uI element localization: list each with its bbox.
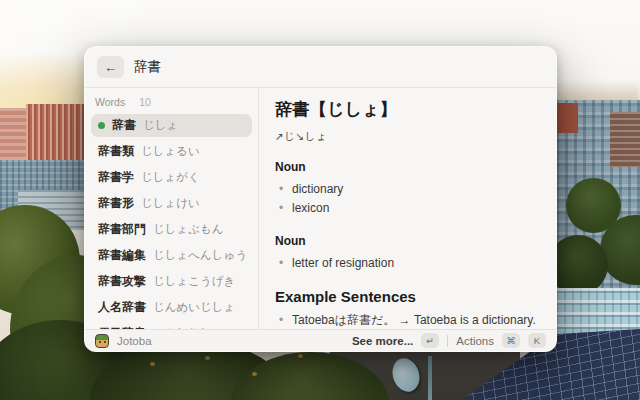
k-key-icon[interactable]: K <box>528 333 546 348</box>
background-building <box>610 112 640 167</box>
word-list-item[interactable]: 辞書 じしょ <box>91 114 252 137</box>
background-flower-speck <box>252 372 257 376</box>
word-detail-pane: 辞書【じしょ】 ↗じ↘しょ Noun dictionary lexicon No… <box>259 88 556 329</box>
example-sentences-heading: Example Sentences <box>275 288 540 305</box>
definition-list: letter of resignation <box>275 254 540 273</box>
window-body: Words 10 辞書 じしょ 辞書類 じしょるい 辞書学 じしょがく 辞書形 … <box>85 88 556 329</box>
section-label: Words <box>95 96 125 108</box>
background-flower-speck <box>205 356 210 360</box>
word-list-item[interactable]: 辞書形 じしょけい <box>91 192 252 215</box>
word-kanji: 辞書 <box>112 117 136 134</box>
section-heading: Noun <box>275 160 540 174</box>
section-heading: Noun <box>275 234 540 248</box>
word-kanji: 辞書学 <box>98 169 134 186</box>
footer-divider <box>447 335 448 347</box>
section-count: 10 <box>139 96 151 108</box>
return-key-icon[interactable]: ↵ <box>421 333 439 348</box>
word-reading: じしょ <box>143 118 178 133</box>
word-reading: じしょるい <box>141 144 200 159</box>
example-sentence-item: Tatoebaは辞書だ。 → Tatoeba is a dictionary. <box>275 311 540 329</box>
word-list-item[interactable]: 辞書部門 じしょぶもん <box>91 218 252 241</box>
app-name-label: Jotoba <box>117 335 152 347</box>
word-reading: じんめいじしょ <box>153 300 235 315</box>
word-reading: じしょぶもん <box>153 222 224 237</box>
word-list-item[interactable]: 人名辞書 じんめいじしょ <box>91 296 252 319</box>
background-pole <box>428 356 432 400</box>
see-more-button[interactable]: See more... <box>352 335 413 347</box>
definition-item: lexicon <box>275 199 540 218</box>
definition-item: dictionary <box>275 180 540 199</box>
word-kanji: 辞書攻撃 <box>98 273 146 290</box>
word-kanji: 辞書形 <box>98 195 134 212</box>
jotoba-dictionary-window: ← 辞書 Words 10 辞書 じしょ 辞書類 じしょるい 辞書学 じしょがく <box>84 46 557 352</box>
word-kanji: 辞書編集 <box>98 247 146 264</box>
background-building <box>556 103 578 133</box>
window-header: ← 辞書 <box>85 47 556 88</box>
word-reading: じしょけい <box>141 196 200 211</box>
pitch-accent: ↗じ↘しょ <box>275 130 540 144</box>
back-arrow-icon: ← <box>104 60 117 75</box>
definition-item: letter of resignation <box>275 254 540 273</box>
word-kanji: 辞書部門 <box>98 221 146 238</box>
back-button[interactable]: ← <box>97 56 124 78</box>
word-kanji: 人名辞書 <box>98 299 146 316</box>
sidebar-section-header: Words 10 <box>91 94 252 114</box>
actions-button[interactable]: Actions <box>456 335 494 347</box>
word-list-item[interactable]: 辞書学 じしょがく <box>91 166 252 189</box>
word-list-item[interactable]: 辞書類 じしょるい <box>91 140 252 163</box>
results-sidebar: Words 10 辞書 じしょ 辞書類 じしょるい 辞書学 じしょがく 辞書形 … <box>85 88 259 329</box>
background-tree <box>548 235 608 295</box>
word-list-item[interactable]: 辞書編集 じしょへんしゅう <box>91 244 252 267</box>
definition-list: dictionary lexicon <box>275 180 540 218</box>
window-footer: Jotoba See more... ↵ Actions ⌘ K <box>85 329 556 351</box>
word-reading: じしょがく <box>141 170 200 185</box>
search-input[interactable]: 辞書 <box>134 58 161 76</box>
command-key-icon[interactable]: ⌘ <box>502 333 520 348</box>
background-flower-speck <box>298 354 303 358</box>
word-kanji: 辞書類 <box>98 143 134 160</box>
jotoba-logo <box>95 334 109 348</box>
word-title: 辞書【じしょ】 <box>275 98 540 121</box>
word-reading: じしょこうげき <box>153 274 235 289</box>
word-list-item[interactable]: 辞書攻撃 じしょこうげき <box>91 270 252 293</box>
word-list-item[interactable]: 電子辞書 でんしじしょ <box>91 322 252 329</box>
selected-indicator-dot-icon <box>98 122 105 129</box>
word-reading: じしょへんしゅう <box>153 248 247 263</box>
example-sentence-list: Tatoebaは辞書だ。 → Tatoeba is a dictionary. … <box>275 311 540 329</box>
background-flower-speck <box>150 362 155 366</box>
